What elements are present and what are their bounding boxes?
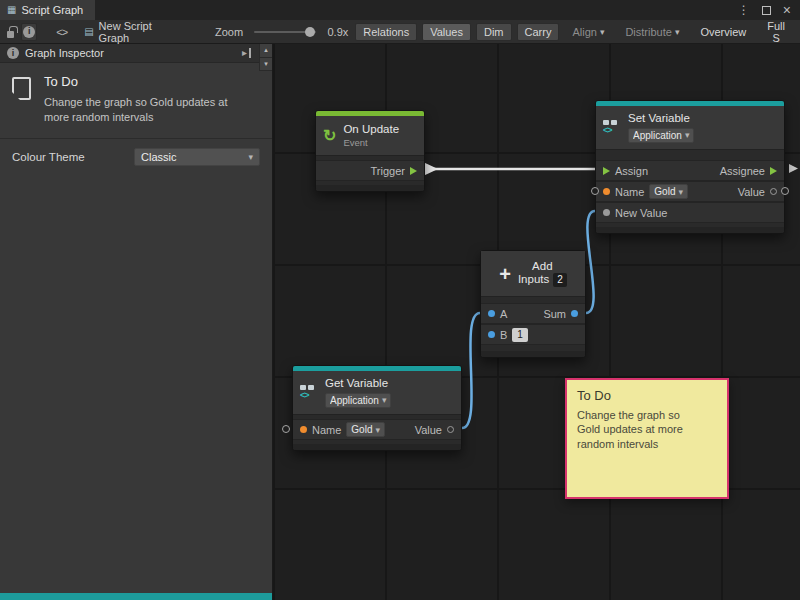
todo-title: To Do xyxy=(44,74,242,89)
variables-icon: <> xyxy=(603,120,621,135)
overview-button[interactable]: Overview xyxy=(692,23,754,41)
node-subtitle: Event xyxy=(343,137,399,148)
inspect-button[interactable]: i xyxy=(21,23,37,41)
sticky-note[interactable]: To Do Change the graph so Gold updates a… xyxy=(565,378,729,499)
relations-button[interactable]: Relations xyxy=(355,23,417,41)
sticky-note-icon xyxy=(12,77,31,100)
get-variable-body: Name Gold ▾ Value xyxy=(293,415,461,444)
variable-scope-dropdown[interactable]: Application ▾ xyxy=(325,393,391,408)
trigger-port-row: Trigger xyxy=(316,160,424,181)
on-update-body: Trigger xyxy=(316,156,424,185)
name-input-port[interactable] xyxy=(300,426,307,433)
code-icon[interactable]: <> xyxy=(56,26,67,38)
scroll-up-icon[interactable]: ▴ xyxy=(260,44,272,58)
control-input-port[interactable] xyxy=(603,167,610,175)
menu-kebab-icon[interactable]: ⋮ xyxy=(738,3,750,17)
code-icon: <> xyxy=(603,126,621,135)
todo-text: Change the graph so Gold updates at more… xyxy=(44,95,242,125)
new-script-graph-label: New Script Graph xyxy=(99,20,156,44)
node-footer xyxy=(293,444,461,450)
align-label: Align xyxy=(572,26,596,38)
script-graph-icon: ▦ xyxy=(7,5,16,15)
values-button[interactable]: Values xyxy=(422,23,471,41)
distribute-button[interactable]: Distribute▾ xyxy=(617,23,687,41)
new-value-port-row: New Value xyxy=(596,202,784,223)
colour-theme-value: Classic xyxy=(141,151,176,163)
fullscreen-label: Full S xyxy=(767,20,785,44)
b-input-port[interactable] xyxy=(488,331,495,338)
node-on-update[interactable]: ↻ On Update Event Trigger xyxy=(315,110,425,192)
overview-label: Overview xyxy=(700,26,746,38)
wire-getvar-to-a[interactable] xyxy=(462,313,480,428)
name-value: Gold xyxy=(351,424,372,435)
carry-label: Carry xyxy=(525,26,552,38)
name-value-dropdown[interactable]: Gold ▾ xyxy=(346,422,385,437)
fullscreen-button[interactable]: Full S xyxy=(759,23,793,41)
info-icon: i xyxy=(23,26,35,38)
node-title: Add xyxy=(518,260,567,274)
dim-button[interactable]: Dim xyxy=(476,23,512,41)
carry-button[interactable]: Carry xyxy=(517,23,560,41)
lock-icon[interactable] xyxy=(7,31,14,38)
new-script-graph-field[interactable]: ▤ New Script Graph xyxy=(84,20,156,44)
name-value-dropdown[interactable]: Gold ▾ xyxy=(649,184,688,199)
add-inputs-body: A Sum B 1 xyxy=(481,297,585,351)
assignee-arrowhead xyxy=(789,164,798,173)
graph-toolbar: i <> ▤ New Script Graph Zoom 0.9x Relati… xyxy=(0,20,800,44)
value-output-port[interactable] xyxy=(770,188,777,195)
set-variable-titles: Set Variable Application ▾ xyxy=(628,112,694,143)
assign-label: Assign xyxy=(615,165,648,177)
wire-sum-to-newvalue[interactable] xyxy=(586,211,595,313)
variables-icon: <> xyxy=(300,385,318,400)
trigger-label: Trigger xyxy=(371,165,405,177)
a-sum-port-row: A Sum xyxy=(481,303,585,324)
add-inputs-titles: Add Inputs 2 xyxy=(518,260,567,288)
variable-scope-dropdown[interactable]: Application ▾ xyxy=(628,128,694,143)
b-label: B xyxy=(500,329,507,341)
get-variable-header: <> Get Variable Application ▾ xyxy=(293,371,461,415)
node-set-variable[interactable]: <> Set Variable Application ▾ Assign Ass… xyxy=(595,100,785,234)
value-edge-port[interactable] xyxy=(781,187,789,195)
zoom-slider[interactable] xyxy=(254,31,316,33)
scope-value: Application xyxy=(330,395,379,406)
scroll-down-icon[interactable]: ▾ xyxy=(260,58,272,72)
new-value-input-port[interactable] xyxy=(603,209,610,216)
dim-label: Dim xyxy=(484,26,504,38)
colour-theme-label: Colour Theme xyxy=(12,151,85,163)
zoom-label: Zoom xyxy=(215,26,243,38)
b-value-field[interactable]: 1 xyxy=(512,328,528,342)
name-port-row: Name Gold ▾ Value xyxy=(596,181,784,202)
control-output-port[interactable] xyxy=(770,167,777,175)
sum-output-port[interactable] xyxy=(571,310,578,317)
value-output-port[interactable] xyxy=(447,426,454,433)
zoom-slider-handle[interactable] xyxy=(305,27,315,37)
expand-panel-icon[interactable]: ▸ xyxy=(242,48,251,58)
node-get-variable[interactable]: <> Get Variable Application ▾ Name Gold xyxy=(292,365,462,451)
colour-theme-dropdown[interactable]: Classic ▾ xyxy=(134,148,260,166)
plus-icon: + xyxy=(499,264,511,284)
name-edge-port[interactable] xyxy=(591,187,599,195)
inputs-count-badge[interactable]: 2 xyxy=(553,273,567,287)
script-graph-window: ▦ Script Graph ⋮ × i <> ▤ New Script Gra… xyxy=(0,0,800,600)
relations-label: Relations xyxy=(363,26,409,38)
a-input-port[interactable] xyxy=(488,310,495,317)
close-icon[interactable]: × xyxy=(783,3,791,17)
graph-canvas[interactable]: ↻ On Update Event Trigger <> xyxy=(273,44,800,600)
node-footer xyxy=(316,185,424,191)
chevron-down-icon: ▾ xyxy=(685,130,690,140)
panel-bottom-accent xyxy=(0,593,272,600)
name-edge-port[interactable] xyxy=(282,425,290,433)
control-output-port[interactable] xyxy=(410,167,417,175)
node-footer xyxy=(596,227,784,233)
todo-content: To Do Change the graph so Gold updates a… xyxy=(44,74,242,125)
graph-inspector-title: Graph Inspector xyxy=(25,47,104,59)
new-value-label: New Value xyxy=(615,207,667,219)
name-input-port[interactable] xyxy=(603,188,610,195)
graph-inspector-header: i Graph Inspector ▸ xyxy=(0,44,272,63)
tab-script-graph[interactable]: ▦ Script Graph xyxy=(0,0,95,20)
b-port-row: B 1 xyxy=(481,324,585,345)
align-button[interactable]: Align▾ xyxy=(564,23,612,41)
node-add-inputs[interactable]: + Add Inputs 2 A Sum xyxy=(480,250,586,358)
node-title-line2: Inputs xyxy=(518,273,549,287)
maximize-icon[interactable] xyxy=(762,6,771,15)
